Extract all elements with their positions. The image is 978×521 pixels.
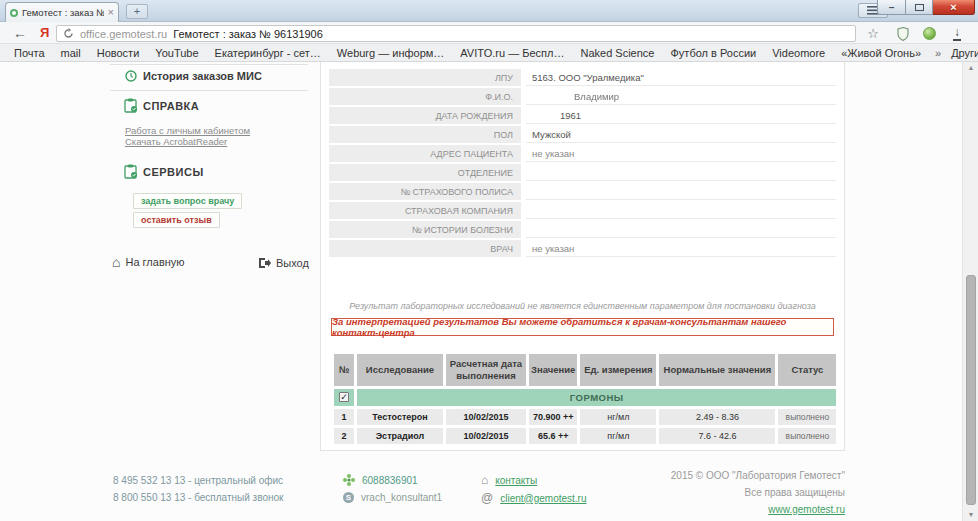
field-label: ПОЛ <box>329 126 521 143</box>
home-icon: ⌂ <box>112 255 120 269</box>
field-value-case-history <box>526 221 836 238</box>
bookmark-star-icon[interactable]: ☆ <box>864 25 882 42</box>
yandex-logo[interactable]: Я <box>40 25 49 40</box>
form-row: АДРЕС ПАЦИЕНТА не указан <box>329 143 836 162</box>
bookmark-item[interactable]: Екатеринбург - сет… <box>207 47 329 59</box>
sidebar-item-label: История заказов МИС <box>143 70 262 82</box>
table-row: 2 Эстрадиол 10/02/2015 65.6 ++ пг/мл 7.6… <box>334 428 836 444</box>
site-favicon-icon <box>10 9 18 17</box>
scrollbar-thumb[interactable] <box>966 275 976 505</box>
clipboard-icon <box>124 164 137 179</box>
bookmark-item[interactable]: Naked Science <box>572 47 662 59</box>
disclaimer-text: Результат лабораторных исследований не я… <box>321 301 844 311</box>
form-row: ПОЛ Мужской <box>329 124 836 143</box>
phone-free-call: 8 800 550 13 13 - бесплатный звонок <box>113 492 283 503</box>
form-row: № ИСТОРИИ БОЛЕЗНИ <box>329 219 836 238</box>
field-value-policy <box>526 183 836 200</box>
results-table: № Исследование Расчетная дата выполнения… <box>331 351 839 447</box>
reload-icon[interactable] <box>63 28 74 39</box>
field-value-address: не указан <box>526 145 836 162</box>
sidebar-item-history[interactable]: История заказов МИС <box>125 70 262 82</box>
leave-review-button[interactable]: оставить отзыв <box>133 212 220 228</box>
col-header: Статус <box>778 354 836 386</box>
form-row: ДАТА РОЖДЕНИЯ 1961 <box>329 105 836 124</box>
field-label: ЛПУ <box>329 69 521 86</box>
cell-value: 65.6 ++ <box>529 428 577 444</box>
cell-date: 10/02/2015 <box>446 428 526 444</box>
home-link[interactable]: ⌂ На главную <box>112 255 185 269</box>
bookmarks-overflow-icon[interactable]: » <box>929 47 947 59</box>
shield-icon <box>897 27 909 41</box>
other-bookmarks-button[interactable]: Другие закладки <box>947 47 978 59</box>
minimize-button[interactable]: – <box>877 0 906 15</box>
back-button[interactable]: ← <box>10 24 30 42</box>
form-row: Ф.И.О. Владимир <box>329 86 836 105</box>
url-domain: office.gemotest.ru <box>80 28 167 40</box>
sidebar-link-acrobat[interactable]: Скачать AcrobatReader <box>125 136 227 147</box>
form-row: ЛПУ 5163. ООО "Уралмедика" <box>329 67 836 86</box>
cell-status: выполнено <box>778 428 836 444</box>
logout-link[interactable]: Выход <box>258 257 309 269</box>
bookmark-item[interactable]: Новости <box>89 47 148 59</box>
vertical-scrollbar[interactable]: ▲ ▼ <box>962 62 978 521</box>
sidebar-section-help: СПРАВКА <box>124 98 199 113</box>
page-title: Гемотест : заказ № 96131906 <box>173 28 323 40</box>
sidebar-link-cabinet[interactable]: Работа с личным кабинетом <box>125 125 250 136</box>
scroll-down-icon[interactable]: ▼ <box>963 509 978 521</box>
section-title: СЕРВИСЫ <box>143 166 204 178</box>
field-label: ОТДЕЛЕНИЕ <box>329 164 521 181</box>
form-row: № СТРАХОВОГО ПОЛИСА <box>329 181 836 200</box>
maximize-icon <box>915 4 924 11</box>
browser-tab[interactable]: Гемотест : заказ № 96 × <box>5 2 119 22</box>
sidebar-section-services: СЕРВИСЫ <box>124 164 204 179</box>
clipboard-icon <box>124 98 137 113</box>
group-checkbox-cell: ✓ <box>334 389 354 406</box>
bookmarks-bar: Почта mail Новости YouTube Екатеринбург … <box>0 44 978 62</box>
bookmark-item[interactable]: Videomore <box>764 47 833 59</box>
field-value-sex: Мужской <box>526 126 836 143</box>
cell-normal: 7.6 - 42.6 <box>659 428 775 444</box>
maximize-button[interactable] <box>906 0 933 15</box>
icq-flower-icon <box>343 474 355 486</box>
bookmark-item[interactable]: AVITO.ru — Беспл… <box>452 47 572 59</box>
bookmark-item[interactable]: «Живой Огонь» <box>833 47 929 59</box>
ask-doctor-button[interactable]: задать вопрос врачу <box>133 193 242 209</box>
email-row: @ client@gemotest.ru <box>481 492 587 504</box>
tab-title: Гемотест : заказ № 96 <box>22 7 104 18</box>
yandex-money-icon[interactable] <box>920 25 938 42</box>
scroll-up-icon[interactable]: ▲ <box>963 62 978 74</box>
cell-status: выполнено <box>778 409 836 425</box>
downloads-button[interactable]: ↓ <box>948 25 966 42</box>
window-titlebar: Гемотест : заказ № 96 × + – × <box>0 0 978 22</box>
field-value-department <box>526 164 836 181</box>
cell-num: 2 <box>334 428 354 444</box>
col-header: Расчетная дата выполнения <box>446 354 526 386</box>
field-value-lpu: 5163. ООО "Уралмедика" <box>526 69 836 86</box>
copyright-text: 2015 © ООО "Лаборатория Гемотест" <box>671 470 845 481</box>
bookmark-item[interactable]: mail <box>53 47 89 59</box>
window-controls: – × <box>877 0 975 15</box>
browser-toolbar: ← Я office.gemotest.ru Гемотест : заказ … <box>0 22 978 44</box>
bookmark-item[interactable]: Почта <box>6 47 53 59</box>
section-title: СПРАВКА <box>143 100 199 112</box>
col-header: Ед. измерения <box>580 354 656 386</box>
new-tab-button[interactable]: + <box>126 4 148 19</box>
contacts-link[interactable]: контакты <box>495 475 537 486</box>
field-label: ВРАЧ <box>329 240 521 257</box>
bookmark-item[interactable]: Weburg — информ… <box>329 47 453 59</box>
group-checkbox[interactable]: ✓ <box>339 392 349 402</box>
tab-close-icon[interactable]: × <box>108 7 114 18</box>
site-link[interactable]: www.gemotest.ru <box>768 504 845 515</box>
form-row: ВРАЧ не указан <box>329 238 836 257</box>
cell-num: 1 <box>334 409 354 425</box>
security-shield-icon[interactable] <box>894 25 912 42</box>
at-icon: @ <box>481 492 493 504</box>
bookmark-item[interactable]: Футбол в России <box>662 47 764 59</box>
bookmark-item[interactable]: YouTube <box>147 47 206 59</box>
rights-text: Все права защищены <box>745 487 845 498</box>
cell-test: Эстрадиол <box>357 428 443 444</box>
address-bar[interactable]: office.gemotest.ru Гемотест : заказ № 96… <box>56 25 856 42</box>
divider <box>110 64 308 65</box>
email-link[interactable]: client@gemotest.ru <box>500 493 586 504</box>
close-button[interactable]: × <box>933 0 975 15</box>
